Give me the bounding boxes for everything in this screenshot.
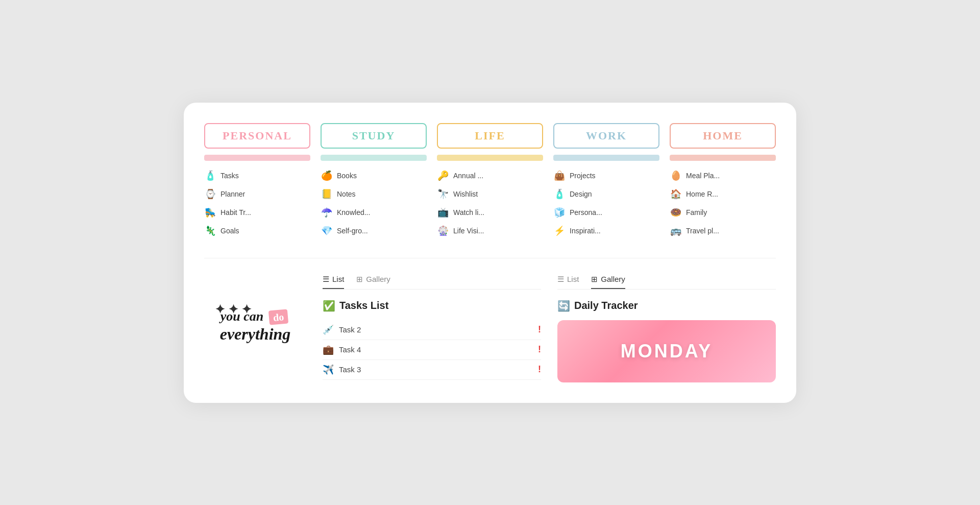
- item-label: Habit Tr...: [220, 208, 251, 217]
- category-header-study[interactable]: STUDY: [321, 123, 427, 149]
- list-item[interactable]: 🔑Annual ...: [437, 169, 543, 182]
- list-item[interactable]: ⌚Planner: [204, 187, 310, 201]
- main-card: PERSONAL🧴Tasks⌚Planner🛼Habit Tr...🦎Goals…: [184, 103, 796, 403]
- tracker-gallery-label: Gallery: [601, 275, 625, 283]
- section-divider: [204, 258, 776, 258]
- list-item[interactable]: 🧊Persona...: [553, 206, 659, 219]
- list-item[interactable]: 🧴Tasks: [204, 169, 310, 182]
- item-emoji-icon: 🛼: [204, 207, 216, 218]
- category-bar-home: [670, 155, 776, 161]
- tab-list[interactable]: ☰ List: [323, 275, 344, 289]
- list-item[interactable]: ☂️Knowled...: [321, 206, 427, 219]
- motivational-line2: everything: [220, 324, 291, 344]
- item-label: Planner: [220, 190, 245, 198]
- item-emoji-icon: 🚌: [670, 225, 682, 236]
- category-bar-work: [553, 155, 659, 161]
- category-col-life: LIFE🔑Annual ...🔭Wishlist📺Watch li...🎡Lif…: [437, 123, 543, 237]
- bottom-section: ✦ ✦ ✦ you can do everything ☰ List ⊞ Gal…: [204, 275, 776, 382]
- table-row[interactable]: 💼Task 4!: [323, 340, 541, 360]
- list-item[interactable]: 📒Notes: [321, 187, 427, 201]
- category-items-personal: 🧴Tasks⌚Planner🛼Habit Tr...🦎Goals: [204, 169, 310, 237]
- item-emoji-icon: 🧴: [553, 188, 566, 200]
- tracker-tab-list[interactable]: ☰ List: [557, 275, 579, 289]
- list-item[interactable]: 🥚Meal Pla...: [670, 169, 776, 182]
- task-rows-container: 💉Task 2!💼Task 4!✈️Task 3!: [323, 320, 541, 380]
- tab-list-label: List: [332, 275, 344, 283]
- list-item[interactable]: 🧴Design: [553, 187, 659, 201]
- item-label: Self-gro...: [337, 227, 368, 235]
- category-header-work[interactable]: WORK: [553, 123, 659, 149]
- panel-tabs: ☰ List ⊞ Gallery: [323, 275, 541, 290]
- motivational-text: ✦ ✦ ✦ you can do everything: [220, 307, 291, 344]
- list-item[interactable]: 🛼Habit Tr...: [204, 206, 310, 219]
- category-col-study: STUDY🍊Books📒Notes☂️Knowled...💎Self-gro..…: [321, 123, 427, 237]
- item-emoji-icon: 🔭: [437, 188, 449, 200]
- item-label: Persona...: [570, 208, 602, 217]
- tasks-panel: ☰ List ⊞ Gallery ✅ Tasks List 💉Task 2!💼T…: [323, 275, 541, 380]
- tracker-tabs: ☰ List ⊞ Gallery: [557, 275, 776, 290]
- list-item[interactable]: 🚌Travel pl...: [670, 224, 776, 237]
- item-label: Family: [686, 208, 707, 217]
- list-item[interactable]: 🏠Home R...: [670, 187, 776, 201]
- tracker-title: 🔄 Daily Tracker: [557, 300, 776, 312]
- category-bar-life: [437, 155, 543, 161]
- list-item[interactable]: 🔭Wishlist: [437, 187, 543, 201]
- item-label: Projects: [570, 172, 596, 180]
- item-emoji-icon: 💎: [321, 225, 333, 236]
- task-emoji-icon: ✈️: [323, 364, 334, 375]
- category-header-home[interactable]: HOME: [670, 123, 776, 149]
- item-emoji-icon: 👜: [553, 170, 566, 181]
- category-col-personal: PERSONAL🧴Tasks⌚Planner🛼Habit Tr...🦎Goals: [204, 123, 310, 237]
- category-items-work: 👜Projects🧴Design🧊Persona...⚡Inspirati...: [553, 169, 659, 237]
- category-header-personal[interactable]: PERSONAL: [204, 123, 310, 149]
- category-header-life[interactable]: LIFE: [437, 123, 543, 149]
- list-item[interactable]: 💎Self-gro...: [321, 224, 427, 237]
- list-icon: ☰: [323, 275, 329, 284]
- motivational-do: do: [268, 309, 288, 325]
- list-item[interactable]: ⚡Inspirati...: [553, 224, 659, 237]
- category-col-home: HOME🥚Meal Pla...🏠Home R...🍩Family🚌Travel…: [670, 123, 776, 237]
- task-row-left: ✈️Task 3: [323, 364, 361, 375]
- item-label: Knowled...: [337, 208, 370, 217]
- item-label: Meal Pla...: [686, 172, 720, 180]
- list-item[interactable]: 🦎Goals: [204, 224, 310, 237]
- monday-text: MONDAY: [621, 341, 713, 362]
- item-emoji-icon: 🔑: [437, 170, 449, 181]
- tasks-title-icon: ✅: [323, 300, 335, 312]
- tab-gallery[interactable]: ⊞ Gallery: [356, 275, 390, 289]
- item-label: Home R...: [686, 190, 718, 198]
- list-item[interactable]: 🎡Life Visi...: [437, 224, 543, 237]
- tracker-title-icon: 🔄: [557, 300, 570, 312]
- task-label: Task 4: [339, 345, 361, 354]
- item-emoji-icon: ⌚: [204, 188, 216, 200]
- item-label: Notes: [337, 190, 356, 198]
- categories-section: PERSONAL🧴Tasks⌚Planner🛼Habit Tr...🦎Goals…: [204, 123, 776, 237]
- item-label: Books: [337, 172, 357, 180]
- table-row[interactable]: 💉Task 2!: [323, 320, 541, 340]
- panel-content: ✅ Tasks List 💉Task 2!💼Task 4!✈️Task 3!: [323, 290, 541, 380]
- category-bar-study: [321, 155, 427, 161]
- item-label: Watch li...: [453, 208, 484, 217]
- list-item[interactable]: 📺Watch li...: [437, 206, 543, 219]
- list-item[interactable]: 👜Projects: [553, 169, 659, 182]
- item-label: Design: [570, 190, 592, 198]
- table-row[interactable]: ✈️Task 3!: [323, 360, 541, 380]
- tasks-title-text: Tasks List: [339, 300, 388, 311]
- task-label: Task 3: [339, 365, 361, 374]
- monday-card[interactable]: MONDAY: [557, 320, 776, 382]
- item-label: Annual ...: [453, 172, 483, 180]
- tracker-gallery-icon: ⊞: [591, 275, 598, 284]
- list-item[interactable]: 🍊Books: [321, 169, 427, 182]
- category-col-work: WORK👜Projects🧴Design🧊Persona...⚡Inspirat…: [553, 123, 659, 237]
- task-emoji-icon: 💼: [323, 344, 334, 355]
- item-emoji-icon: 🍊: [321, 170, 333, 181]
- item-label: Tasks: [220, 172, 239, 180]
- tracker-tab-gallery[interactable]: ⊞ Gallery: [591, 275, 625, 289]
- list-item[interactable]: 🍩Family: [670, 206, 776, 219]
- item-emoji-icon: 📺: [437, 207, 449, 218]
- item-label: Travel pl...: [686, 227, 719, 235]
- task-priority-badge: !: [538, 344, 541, 355]
- tab-gallery-label: Gallery: [366, 275, 390, 283]
- task-label: Task 2: [339, 325, 361, 334]
- item-emoji-icon: 🎡: [437, 225, 449, 236]
